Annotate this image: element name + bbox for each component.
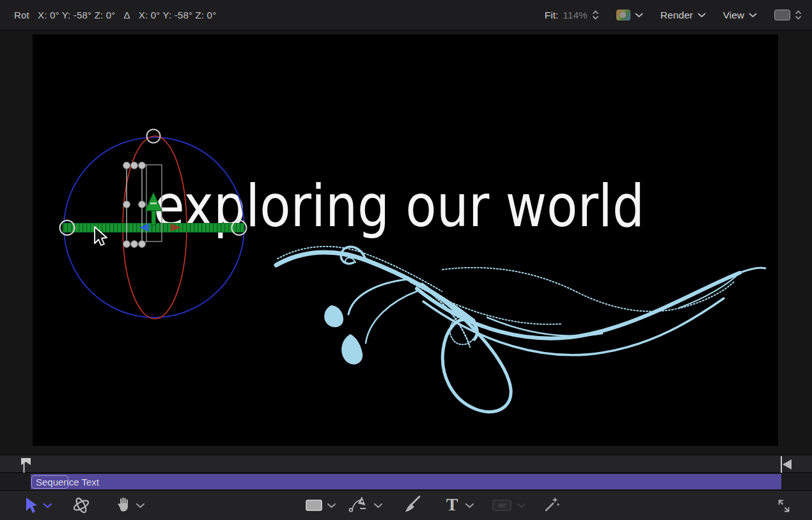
rotation-readout: Rot X: 0° Y: -58° Z: 0° Δ X: 0° Y: -58° …	[0, 10, 216, 20]
delta-symbol: Δ	[124, 10, 130, 20]
expand-window-icon[interactable]	[775, 497, 793, 515]
rot-label: Rot	[14, 10, 29, 20]
rot-values: X: 0° Y: -58° Z: 0°	[38, 10, 116, 20]
mask-tool-icon[interactable]	[491, 497, 513, 514]
view-label: View	[723, 10, 744, 21]
chevron-down-icon	[635, 13, 643, 18]
hand-pan-icon[interactable]	[114, 496, 132, 514]
zoom-control[interactable]: Fit: 114%	[545, 10, 599, 21]
pen-tool-chevron-icon[interactable]	[373, 503, 383, 509]
display-selector[interactable]	[774, 10, 802, 20]
bezier-pen-icon[interactable]	[348, 494, 370, 516]
text-tool-icon[interactable]: T	[442, 494, 462, 516]
flourish-graphic[interactable]	[276, 247, 765, 412]
status-toolbar: Rot X: 0° Y: -58° Z: 0° Δ X: 0° Y: -58° …	[0, 0, 812, 31]
view-menu[interactable]: View	[723, 10, 757, 21]
track-label: Sequence Text	[36, 477, 99, 487]
canvas-scene: exploring our world	[33, 34, 778, 446]
chevron-down-icon	[698, 13, 706, 18]
color-channel-menu[interactable]	[616, 10, 643, 20]
select-tool-chevron-icon[interactable]	[43, 503, 52, 509]
render-label: Render	[660, 10, 693, 21]
display-mask-icon	[774, 10, 790, 20]
chevron-down-icon	[749, 13, 757, 18]
paintbrush-icon[interactable]	[402, 494, 423, 516]
rectangle-shape-icon[interactable]	[304, 497, 324, 514]
mask-tool-chevron-icon[interactable]	[517, 503, 526, 509]
rotation-manipulator[interactable]	[60, 130, 247, 319]
display-stepper-icon[interactable]	[795, 10, 802, 20]
orbit-3d-icon[interactable]	[71, 495, 91, 516]
mini-timeline-ruler[interactable]	[0, 455, 812, 473]
play-range-start-marker[interactable]	[19, 456, 35, 473]
fit-label: Fit:	[545, 10, 559, 21]
hand-tool-chevron-icon[interactable]	[136, 503, 145, 509]
magic-wand-icon[interactable]	[542, 496, 561, 515]
tool-palette: T	[0, 490, 812, 520]
select-arrow-icon[interactable]	[23, 497, 40, 514]
render-menu[interactable]: Render	[660, 10, 706, 21]
svg-text:T: T	[446, 494, 458, 514]
shape-tool-chevron-icon[interactable]	[327, 503, 336, 509]
play-range-end-marker[interactable]	[777, 455, 793, 473]
timeline-track-row: Sequence Text	[0, 473, 812, 490]
zoom-value: 114%	[563, 10, 588, 21]
color-well-icon	[616, 10, 630, 20]
canvas[interactable]: exploring our world	[33, 34, 778, 446]
sequence-text-trackbar[interactable]: Sequence Text	[31, 474, 781, 489]
zoom-stepper-icon[interactable]	[592, 10, 599, 20]
canvas-viewport: exploring our world	[0, 31, 812, 455]
text-tool-chevron-icon[interactable]	[465, 503, 474, 509]
delta-values: X: 0° Y: -58° Z: 0°	[139, 10, 217, 20]
